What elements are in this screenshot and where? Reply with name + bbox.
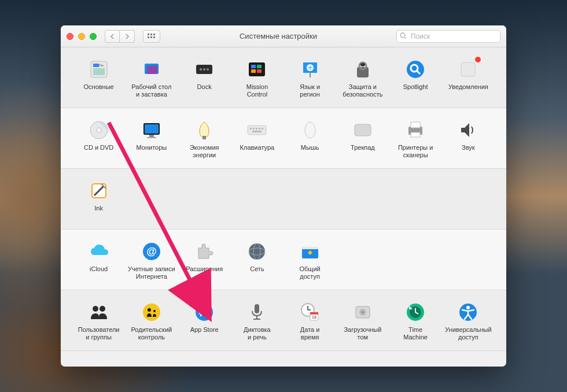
pref-item-trackpad[interactable]: Трекпад bbox=[336, 116, 389, 162]
pref-item-energy[interactable]: Экономия энергии bbox=[178, 116, 231, 162]
pref-item-sharing[interactable]: Общий доступ bbox=[284, 238, 336, 284]
pref-item-language[interactable]: Язык и регион bbox=[284, 56, 336, 102]
svg-point-64 bbox=[153, 310, 156, 312]
sharing-icon bbox=[299, 240, 322, 263]
search-wrap bbox=[396, 30, 500, 43]
pref-item-keyboard[interactable]: Клавиатура bbox=[231, 116, 284, 162]
pref-item-label: Рабочий стол и заставка bbox=[131, 83, 171, 98]
system-preferences-window: Системные настройки FileОсновныеРабочий … bbox=[61, 25, 506, 367]
minimize-button[interactable] bbox=[78, 33, 85, 40]
svg-point-15 bbox=[200, 68, 202, 71]
pref-item-label: Расширения bbox=[186, 265, 223, 273]
parental-controls-icon bbox=[140, 301, 163, 324]
language-region-icon bbox=[299, 58, 322, 81]
svg-rect-19 bbox=[251, 65, 256, 68]
pref-item-mission[interactable]: Mission Control bbox=[231, 56, 284, 102]
pref-item-dictation[interactable]: Диктовка и речь bbox=[231, 298, 284, 345]
preference-row: Ink bbox=[72, 177, 495, 223]
pref-item-label: Мышь bbox=[301, 144, 319, 151]
pref-item-appstore[interactable]: App Store bbox=[178, 298, 231, 345]
network-icon bbox=[245, 240, 268, 263]
pref-item-general[interactable]: FileОсновные bbox=[72, 56, 125, 102]
pref-item-label: Трекпад bbox=[351, 144, 375, 151]
pref-item-startup[interactable]: Загрузочный том bbox=[336, 298, 389, 345]
pref-item-label: iCloud bbox=[90, 265, 108, 273]
trackpad-icon bbox=[351, 119, 374, 142]
svg-line-7 bbox=[404, 37, 406, 39]
accessibility-icon bbox=[456, 301, 480, 324]
pref-item-accessibility[interactable]: Универсальный доступ bbox=[442, 298, 495, 345]
mission-control-icon bbox=[245, 58, 268, 81]
close-button[interactable] bbox=[67, 33, 73, 40]
pref-item-label: Универсальный доступ bbox=[445, 326, 492, 341]
svg-rect-5 bbox=[153, 36, 155, 38]
search-input[interactable] bbox=[396, 30, 500, 43]
pref-item-sound[interactable]: Звук bbox=[442, 116, 495, 162]
pref-item-users[interactable]: Пользователи и группы bbox=[72, 298, 125, 345]
back-button[interactable] bbox=[105, 30, 120, 43]
pref-item-label: Клавиатура bbox=[240, 144, 275, 151]
pref-item-label: Мониторы bbox=[137, 144, 167, 151]
svg-rect-20 bbox=[257, 65, 262, 68]
svg-rect-73 bbox=[310, 312, 318, 315]
icloud-icon bbox=[87, 240, 111, 263]
pref-item-mouse[interactable]: Мышь bbox=[284, 116, 336, 162]
pref-item-label: Звук bbox=[462, 144, 475, 151]
users-groups-icon bbox=[87, 301, 111, 324]
svg-rect-50 bbox=[411, 122, 420, 128]
pref-item-label: Учетные записи Интернета bbox=[128, 265, 175, 280]
spotlight-icon bbox=[404, 58, 427, 81]
pref-item-security[interactable]: Защита и безопасность bbox=[336, 56, 389, 102]
pref-item-spotlight[interactable]: Spotlight bbox=[389, 56, 442, 102]
preference-row: FileОсновныеРабочий стол и заставкаDockM… bbox=[72, 56, 495, 102]
svg-rect-41 bbox=[250, 128, 252, 130]
pref-item-printers[interactable]: Принтеры и сканеры bbox=[389, 116, 442, 162]
pref-item-label: Time Machine bbox=[403, 326, 428, 341]
displays-icon bbox=[140, 119, 163, 142]
pref-item-desktop[interactable]: Рабочий стол и заставка bbox=[125, 56, 178, 102]
pref-item-dock[interactable]: Dock bbox=[178, 56, 231, 102]
pref-item-ink[interactable]: Ink bbox=[72, 177, 125, 223]
pref-item-label: Ink bbox=[94, 205, 103, 212]
pref-item-timemachine[interactable]: Time Machine bbox=[389, 298, 442, 345]
preference-row: CD и DVDМониторыЭкономия энергииКлавиату… bbox=[72, 116, 495, 162]
keyboard-icon bbox=[245, 119, 268, 142]
preference-section: iCloud@Учетные записи ИнтернетаРасширени… bbox=[61, 230, 506, 290]
pref-item-parental[interactable]: Родительский контроль bbox=[125, 298, 178, 345]
svg-text:18: 18 bbox=[312, 315, 316, 319]
pref-item-cddvd[interactable]: CD и DVD bbox=[72, 116, 125, 162]
pref-item-label: Spotlight bbox=[403, 83, 428, 91]
show-all-button[interactable] bbox=[143, 30, 160, 43]
pref-item-notifications[interactable]: Уведомления bbox=[442, 56, 495, 102]
svg-rect-42 bbox=[253, 128, 255, 130]
pref-item-network[interactable]: Сеть bbox=[231, 238, 284, 284]
forward-button[interactable] bbox=[120, 30, 135, 43]
pref-item-datetime[interactable]: 18Дата и время bbox=[284, 298, 336, 345]
svg-point-81 bbox=[466, 306, 470, 309]
preference-section: FileОсновныеРабочий стол и заставкаDockM… bbox=[61, 47, 506, 108]
mouse-icon bbox=[299, 119, 322, 142]
zoom-button[interactable] bbox=[90, 33, 97, 40]
svg-rect-66 bbox=[255, 304, 259, 313]
svg-text:File: File bbox=[99, 64, 104, 67]
notifications-icon bbox=[456, 58, 480, 81]
pref-item-label: CD и DVD bbox=[84, 144, 113, 151]
pref-item-displays[interactable]: Мониторы bbox=[125, 116, 178, 162]
pref-item-extensions[interactable]: Расширения bbox=[178, 238, 231, 284]
pref-item-label: Общий доступ bbox=[300, 265, 321, 280]
pref-item-icloud[interactable]: iCloud bbox=[72, 238, 125, 284]
pref-item-label: Dock bbox=[197, 83, 212, 91]
dock-icon bbox=[193, 58, 216, 81]
preference-row: iCloud@Учетные записи ИнтернетаРасширени… bbox=[72, 238, 495, 284]
security-icon bbox=[351, 58, 374, 81]
svg-point-63 bbox=[148, 308, 151, 312]
general-icon: File bbox=[87, 58, 111, 81]
pref-item-internet[interactable]: @Учетные записи Интернета bbox=[125, 238, 178, 284]
svg-rect-11 bbox=[93, 68, 105, 75]
svg-point-60 bbox=[93, 306, 98, 312]
svg-rect-40 bbox=[248, 125, 266, 135]
window-title: Системные настройки bbox=[165, 32, 392, 40]
svg-point-17 bbox=[207, 68, 209, 71]
svg-rect-3 bbox=[148, 36, 149, 38]
svg-point-47 bbox=[305, 122, 315, 138]
